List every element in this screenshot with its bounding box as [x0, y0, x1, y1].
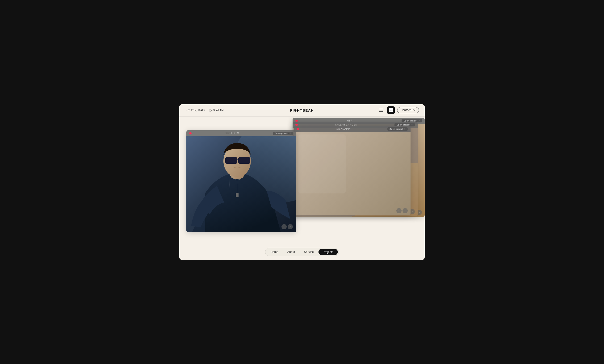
card-dot-smanapp — [297, 128, 299, 130]
card-dot-setflow — [189, 132, 192, 135]
clock-icon: ◯ — [209, 109, 212, 112]
card-header-smanapp: SMANAPP Open project ↗ — [294, 126, 411, 132]
header: ✦ TURIN, ITALY ◯ 02:41 AM FIGHTBĒAN Cont… — [179, 104, 425, 116]
brand-title: FIGHTBĒAN — [290, 108, 314, 112]
location-icon: ✦ — [185, 109, 187, 112]
location-info: ✦ TURIN, ITALY — [185, 109, 205, 112]
nav-about[interactable]: About — [283, 249, 299, 255]
header-right: Contact us! — [377, 106, 419, 114]
project-card-smanapp: SMANAPP Open project ↗ ‹ › — [294, 126, 411, 215]
card-title-setflow: SETFLOW — [192, 132, 273, 135]
prev-btn-setflow[interactable]: ‹ — [281, 224, 287, 229]
next-btn-setflow[interactable]: › — [288, 224, 293, 229]
time-info: ◯ 02:41 AM — [209, 109, 223, 112]
next-btn-smanapp[interactable]: › — [403, 208, 408, 213]
prev-btn-smanapp[interactable]: ‹ — [396, 208, 402, 213]
grid-icon — [388, 107, 394, 113]
cards-stack: MSF Open project ↗ ‹ › — [184, 121, 420, 246]
card-dot-talentgarden — [295, 124, 298, 126]
header-left: ✦ TURIN, ITALY ◯ 02:41 AM — [185, 109, 223, 112]
list-view-button[interactable] — [377, 106, 385, 114]
card-title-talentgarden: TALENTGARDEN — [298, 123, 394, 126]
card-arrows-setflow: ‹ › — [281, 224, 293, 229]
card-title-smanapp: SMANAPP — [299, 128, 387, 130]
nav-projects[interactable]: Projects — [318, 249, 338, 255]
svg-rect-5 — [225, 157, 237, 164]
nav-home[interactable]: Home — [266, 249, 283, 255]
open-project-smanapp[interactable]: Open project ↗ — [387, 127, 408, 131]
browser-window: ✦ TURIN, ITALY ◯ 02:41 AM FIGHTBĒAN Cont… — [179, 104, 425, 260]
main-content: MSF Open project ↗ ‹ › — [179, 116, 425, 260]
nav-service[interactable]: Service — [300, 249, 318, 255]
svg-rect-6 — [238, 157, 250, 164]
location-text: TURIN, ITALY — [188, 109, 205, 112]
card-header-setflow: SETFLOW Open project ↗ — [186, 130, 296, 136]
open-project-setflow[interactable]: Open project ↗ — [273, 132, 293, 135]
time-text: 02:41 AM — [213, 109, 223, 112]
bottom-nav: Home About Service Projects — [265, 248, 339, 256]
svg-rect-8 — [236, 193, 239, 197]
contact-button[interactable]: Contact us! — [397, 107, 419, 113]
grid-view-button[interactable] — [387, 106, 395, 114]
project-card-setflow: SETFLOW Open project ↗ — [186, 130, 296, 232]
list-icon — [378, 108, 384, 113]
card-arrows-smanapp: ‹ › — [396, 208, 408, 213]
